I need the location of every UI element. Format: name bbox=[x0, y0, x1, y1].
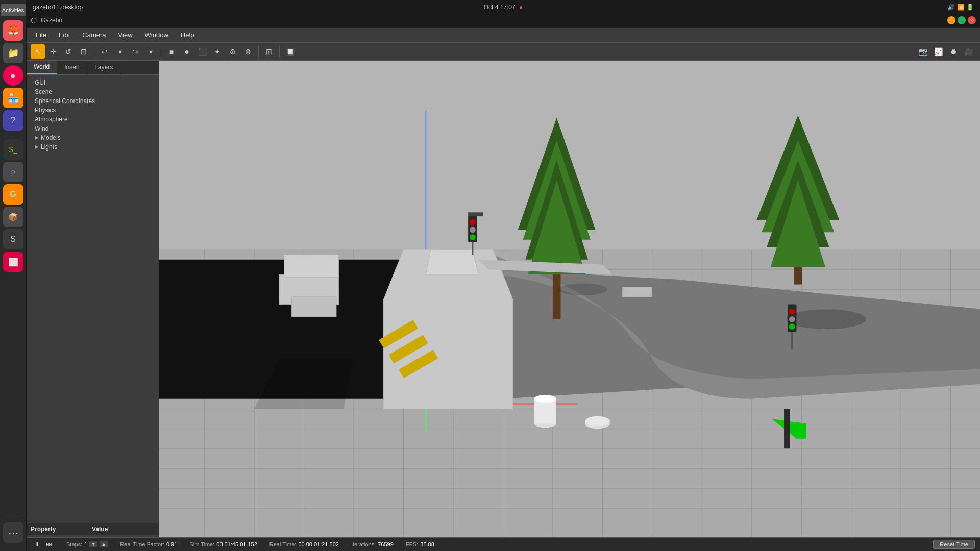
insert-box[interactable]: ■ bbox=[164, 44, 179, 59]
taskbar-terminal[interactable]: $_ bbox=[3, 139, 23, 160]
tab-layers[interactable]: Layers bbox=[87, 61, 120, 74]
taskbar-files[interactable]: 📁 bbox=[3, 43, 23, 63]
lights-arrow: ▶ bbox=[35, 144, 39, 149]
main-layout: World Insert Layers GUI Scene Spherical … bbox=[27, 61, 980, 537]
scene-svg bbox=[159, 61, 980, 537]
undo-arrow[interactable]: ▾ bbox=[113, 44, 127, 59]
property-panel: Property Value bbox=[27, 521, 159, 537]
translate-tool[interactable]: ✛ bbox=[46, 44, 60, 59]
select-tool[interactable]: ↖ bbox=[31, 44, 45, 59]
iterations-value: 76599 bbox=[378, 541, 394, 547]
tree-atmosphere[interactable]: Atmosphere bbox=[27, 115, 159, 124]
play-controls[interactable]: ⏸ ⏭ bbox=[32, 539, 54, 549]
menu-file[interactable]: File bbox=[31, 29, 52, 41]
real-time-factor: Real Time Factor: 0.91 bbox=[120, 541, 177, 547]
models-arrow: ▶ bbox=[35, 135, 39, 140]
reset-time-button[interactable]: Reset Time bbox=[933, 540, 975, 549]
minimize-button[interactable] bbox=[947, 16, 955, 24]
tree-gui[interactable]: GUI bbox=[27, 78, 159, 87]
steps-decrement[interactable]: ▼ bbox=[89, 541, 97, 547]
fps: FPS: 35.88 bbox=[406, 541, 434, 547]
taskbar-gazebo[interactable]: G bbox=[3, 184, 23, 205]
svg-point-69 bbox=[534, 395, 556, 403]
menu-help[interactable]: Help bbox=[176, 29, 200, 41]
maximize-button[interactable] bbox=[958, 16, 966, 24]
tab-world[interactable]: World bbox=[27, 61, 57, 74]
steps-increment[interactable]: ▲ bbox=[100, 541, 108, 547]
taskbar-rviz[interactable]: 📦 bbox=[3, 207, 23, 227]
taskbar-help[interactable]: ? bbox=[3, 110, 23, 131]
app-indicator[interactable]: gazebo11.desktop bbox=[33, 4, 83, 11]
system-bar: gazebo11.desktop Oct 4 17:07 ● 🔊 📶 🔋 bbox=[27, 0, 980, 14]
align-tool[interactable]: ⊞ bbox=[262, 44, 276, 59]
menu-view[interactable]: View bbox=[113, 29, 138, 41]
tree-wind[interactable]: Wind bbox=[27, 124, 159, 133]
viewport-canvas[interactable] bbox=[159, 61, 980, 537]
step-button[interactable]: ⏭ bbox=[44, 539, 54, 549]
screenshot-button[interactable]: 📷 bbox=[916, 44, 930, 59]
tree-models[interactable]: ▶ Models bbox=[27, 133, 159, 142]
taskbar-ubuntu[interactable]: ● bbox=[3, 65, 23, 86]
value-col-header: Value bbox=[92, 525, 155, 533]
taskbar-steam[interactable]: S bbox=[3, 229, 23, 249]
svg-point-64 bbox=[789, 316, 795, 322]
plot-button[interactable]: 📈 bbox=[931, 44, 945, 59]
property-col-header: Property bbox=[31, 525, 92, 533]
insert-cylinder[interactable]: ⬛ bbox=[195, 44, 209, 59]
insert-light-dir[interactable]: ⊕ bbox=[226, 44, 240, 59]
rotate-tool[interactable]: ↺ bbox=[61, 44, 76, 59]
scale-tool[interactable]: ⊡ bbox=[77, 44, 91, 59]
taskbar-apps[interactable]: ⋯ bbox=[3, 522, 23, 543]
menu-camera[interactable]: Camera bbox=[77, 29, 111, 41]
steps-control[interactable]: Steps: 1 ▼ ▲ bbox=[66, 541, 108, 547]
menu-window[interactable]: Window bbox=[140, 29, 174, 41]
svg-point-71 bbox=[585, 416, 610, 426]
real-time: Real Time: 00 00:01:21.502 bbox=[270, 541, 339, 547]
panel-tabs: World Insert Layers bbox=[27, 61, 159, 75]
svg-rect-50 bbox=[553, 274, 561, 319]
taskbar-software[interactable]: 🏪 bbox=[3, 88, 23, 108]
sim-time: Sim Time: 00 01:45:01.152 bbox=[189, 541, 257, 547]
svg-point-61 bbox=[558, 284, 607, 295]
undo-button[interactable]: ↩ bbox=[97, 44, 112, 59]
property-header: Property Value bbox=[27, 523, 159, 535]
recording-indicator: ● bbox=[519, 4, 523, 11]
taskbar-chrome[interactable]: ○ bbox=[3, 162, 23, 182]
video-button[interactable]: 🎥 bbox=[962, 44, 976, 59]
tree-lights[interactable]: ▶ Lights bbox=[27, 142, 159, 152]
menu-edit[interactable]: Edit bbox=[54, 29, 75, 41]
svg-marker-40 bbox=[426, 249, 478, 274]
fps-label: FPS: bbox=[406, 541, 418, 547]
rtf-label: Real Time Factor: bbox=[120, 541, 164, 547]
close-button[interactable]: × bbox=[968, 16, 976, 24]
svg-rect-73 bbox=[784, 409, 790, 448]
insert-sphere[interactable]: ● bbox=[180, 44, 194, 59]
record-button[interactable]: ⏺ bbox=[946, 44, 961, 59]
fps-value: 35.88 bbox=[420, 541, 434, 547]
taskbar-left: Activities 🦊 📁 ● 🏪 ? $_ ○ G 📦 S ⬜ ⋯ bbox=[0, 0, 27, 551]
svg-rect-75 bbox=[622, 287, 652, 296]
svg-point-47 bbox=[470, 234, 476, 240]
real-time-label: Real Time: bbox=[270, 541, 297, 547]
taskbar-activities[interactable]: Activities bbox=[1, 4, 26, 16]
tab-insert[interactable]: Insert bbox=[57, 61, 87, 74]
tree-spherical-coords[interactable]: Spherical Coordinates bbox=[27, 96, 159, 106]
taskbar-firefox[interactable]: 🦊 bbox=[3, 20, 23, 41]
redo-button[interactable]: ↪ bbox=[128, 44, 142, 59]
tree-physics[interactable]: Physics bbox=[27, 106, 159, 115]
pause-button[interactable]: ⏸ bbox=[32, 539, 42, 549]
sim-time-value: 00 01:45:01.152 bbox=[216, 541, 257, 547]
snap-tool[interactable]: 🔲 bbox=[283, 44, 297, 59]
left-panel: World Insert Layers GUI Scene Spherical … bbox=[27, 61, 159, 537]
svg-point-63 bbox=[789, 309, 795, 315]
insert-light-spot[interactable]: ⊛ bbox=[241, 44, 255, 59]
tree-scene[interactable]: Scene bbox=[27, 87, 159, 96]
viewport[interactable] bbox=[159, 61, 980, 537]
redo-arrow[interactable]: ▾ bbox=[143, 44, 158, 59]
models-label: Models bbox=[41, 134, 61, 141]
taskbar-software2[interactable]: ⬜ bbox=[3, 252, 23, 272]
insert-light-point[interactable]: ✦ bbox=[210, 44, 225, 59]
lights-label: Lights bbox=[41, 143, 57, 151]
sim-time-label: Sim Time: bbox=[189, 541, 214, 547]
menu-bar: File Edit Camera View Window Help bbox=[27, 28, 980, 43]
